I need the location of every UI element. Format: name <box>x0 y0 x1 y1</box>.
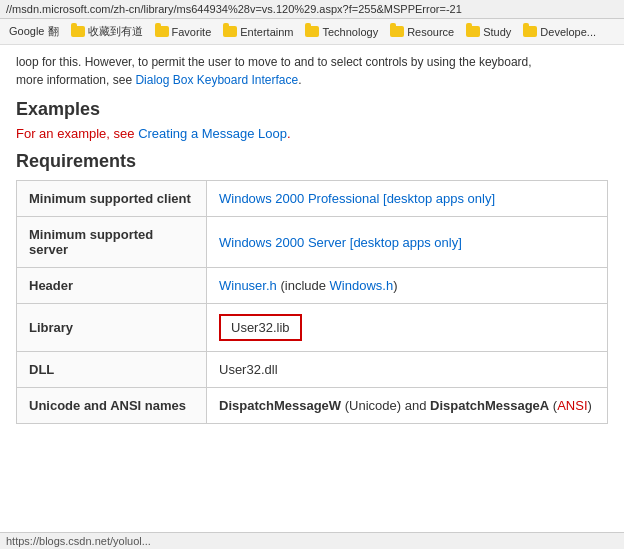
example-link[interactable]: Creating a Message Loop <box>138 126 287 141</box>
intro-link[interactable]: Dialog Box Keyboard Interface <box>135 73 298 87</box>
header-include-text: (include Windows.h) <box>280 278 397 293</box>
intro-body: loop for this. However, to permit the us… <box>16 55 532 69</box>
folder-icon <box>466 26 480 37</box>
intro-text: loop for this. However, to permit the us… <box>16 53 608 89</box>
row-label-unicode: Unicode and ANSI names <box>17 388 207 424</box>
row-value-header: Winuser.h (include Windows.h) <box>207 268 608 304</box>
row-value-min-client: Windows 2000 Professional [desktop apps … <box>207 181 608 217</box>
url-text: //msdn.microsoft.com/zh-cn/library/ms644… <box>6 3 462 15</box>
header-windows-link[interactable]: Windows.h <box>330 278 394 293</box>
example-paragraph: For an example, see Creating a Message L… <box>16 126 608 141</box>
header-winuser-link[interactable]: Winuser.h <box>219 278 277 293</box>
folder-icon <box>71 26 85 37</box>
unicode-and: (Unicode) and <box>345 398 430 413</box>
table-row: DLL User32.dll <box>17 352 608 388</box>
bookmarks-bar: Google 翻 收藏到有道 Favorite Entertainm Techn… <box>0 19 624 45</box>
table-row: Header Winuser.h (include Windows.h) <box>17 268 608 304</box>
folder-icon <box>305 26 319 37</box>
bookmark-google-trans[interactable]: Google 翻 <box>4 22 64 41</box>
row-value-dll: User32.dll <box>207 352 608 388</box>
min-server-link[interactable]: Windows 2000 Server [desktop apps only] <box>219 235 462 250</box>
bookmark-shoucang-label: 收藏到有道 <box>88 24 143 39</box>
row-label-header: Header <box>17 268 207 304</box>
bookmark-resource-label: Resource <box>407 26 454 38</box>
bookmark-developer[interactable]: Develope... <box>518 24 601 40</box>
min-client-link[interactable]: Windows 2000 Professional [desktop apps … <box>219 191 495 206</box>
example-prefix: For an example, see <box>16 126 135 141</box>
google-trans-label: Google 翻 <box>9 24 59 39</box>
examples-heading: Examples <box>16 99 608 120</box>
bookmark-favorite-label: Favorite <box>172 26 212 38</box>
bookmark-shoucang[interactable]: 收藏到有道 <box>66 22 148 41</box>
table-row: Minimum supported client Windows 2000 Pr… <box>17 181 608 217</box>
folder-icon <box>155 26 169 37</box>
bookmark-study[interactable]: Study <box>461 24 516 40</box>
page-content: loop for this. However, to permit the us… <box>0 45 624 440</box>
address-bar[interactable]: //msdn.microsoft.com/zh-cn/library/ms644… <box>0 0 624 19</box>
row-label-dll: DLL <box>17 352 207 388</box>
bookmark-entertainm[interactable]: Entertainm <box>218 24 298 40</box>
row-value-unicode: DispatchMessageW (Unicode) and DispatchM… <box>207 388 608 424</box>
folder-icon <box>523 26 537 37</box>
bookmark-technology[interactable]: Technology <box>300 24 383 40</box>
table-row: Minimum supported server Windows 2000 Se… <box>17 217 608 268</box>
bookmark-study-label: Study <box>483 26 511 38</box>
table-row: Library User32.lib <box>17 304 608 352</box>
folder-icon <box>390 26 404 37</box>
table-row: Unicode and ANSI names DispatchMessageW … <box>17 388 608 424</box>
bookmark-developer-label: Develope... <box>540 26 596 38</box>
library-box: User32.lib <box>219 314 302 341</box>
folder-icon <box>223 26 237 37</box>
bookmark-entertainm-label: Entertainm <box>240 26 293 38</box>
ansi-paren-close: ) <box>588 398 592 413</box>
dispatch-w: DispatchMessageW <box>219 398 341 413</box>
requirements-heading: Requirements <box>16 151 608 172</box>
row-value-min-server: Windows 2000 Server [desktop apps only] <box>207 217 608 268</box>
ansi-link[interactable]: ANSI <box>557 398 587 413</box>
row-value-library: User32.lib <box>207 304 608 352</box>
dispatch-a: DispatchMessageA <box>430 398 549 413</box>
row-label-library: Library <box>17 304 207 352</box>
row-label-min-client: Minimum supported client <box>17 181 207 217</box>
bookmark-resource[interactable]: Resource <box>385 24 459 40</box>
requirements-table: Minimum supported client Windows 2000 Pr… <box>16 180 608 424</box>
row-label-min-server: Minimum supported server <box>17 217 207 268</box>
bookmark-technology-label: Technology <box>322 26 378 38</box>
bookmark-favorite[interactable]: Favorite <box>150 24 217 40</box>
intro-more: more information, see <box>16 73 135 87</box>
